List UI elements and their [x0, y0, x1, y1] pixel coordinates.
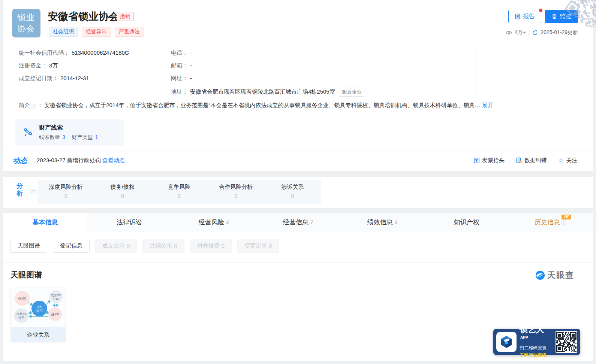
analysis-help-icon[interactable]: ? — [30, 189, 36, 194]
follow-label: 关注 — [566, 157, 577, 164]
monitor-label: 监控 — [560, 13, 572, 21]
tab-label: 法律诉讼 — [117, 218, 142, 227]
tab-operation-info[interactable]: 经营信息7 — [256, 213, 340, 232]
enterprise-relation-label: 企业关系 — [11, 327, 66, 342]
history-help-icon[interactable]: ? — [561, 219, 566, 225]
tab-label: 经营风险 — [199, 218, 224, 227]
phone-value: - — [190, 49, 192, 56]
tab-intellectual-property[interactable]: 知识产权 — [424, 213, 509, 232]
app-promo-banner[interactable]: 锁艺人APP 扫二维码安装 了解行业资讯 — [493, 329, 580, 355]
tab-legal-litigation[interactable]: 法律诉讼 — [87, 213, 172, 232]
intro-colon: ： — [37, 102, 43, 108]
company-name: 安徽省锁业协会 — [48, 10, 119, 23]
relation-graph: 张XX 北京XX 公司 XX 公司 河北XX 公司 赵XX — [11, 288, 66, 327]
analysis-label: 分 析 — [16, 182, 23, 197]
tab-operation-risk[interactable]: 经营风险3 — [172, 213, 256, 232]
analysis-item-value: 0 — [94, 193, 151, 199]
clue-count-value[interactable]: 3 — [62, 134, 65, 140]
analysis-item-competition-risk[interactable]: 竞争风险 0 — [151, 180, 207, 204]
tab-label: 基本信息 — [32, 218, 58, 227]
info-row-email: 邮箱：- — [171, 62, 192, 69]
tag-operation-abnormal[interactable]: 经营异常 — [82, 27, 111, 37]
intro-help-icon[interactable]: ? — [31, 104, 36, 109]
company-avatar: 锁业 协会 — [12, 9, 40, 37]
subtab-label: 对外投资 — [197, 242, 220, 249]
property-type-value[interactable]: 1 — [95, 134, 98, 140]
tab-history-info[interactable]: 历史信息 ? VIP — [509, 213, 593, 232]
monitor-icon — [551, 13, 557, 19]
dynamics-event: 2023-03-27 新增行政处罚 — [37, 157, 101, 163]
main-tabs: 基本信息 法律诉讼 经营风险3 经营信息7 绩效信息3 知识产权 历史信息 ? … — [3, 213, 593, 232]
view-count: 4万+ — [515, 29, 526, 36]
node-zhang: 张XX — [18, 297, 26, 300]
tianyancha-brand: 天眼查 — [535, 270, 574, 281]
view-update-stats: 4万+ | 2025-01-29更新 — [506, 29, 578, 36]
intro-row: 简介?： 安徽省锁业协会，成立于2014年，位于安徽省合肥市，业务范围是“本会是… — [19, 102, 574, 109]
dynamics-text: 2023-03-27 新增行政处罚 查看动态 — [37, 157, 125, 164]
eye-icon — [506, 30, 512, 35]
website-value: - — [190, 75, 192, 81]
data-correction-icon: ! — [516, 157, 522, 164]
avatar-text-line1: 锁业 — [12, 12, 40, 23]
subtab-label: 天眼图谱 — [18, 242, 40, 249]
info-row-phone: 电话：- — [171, 49, 192, 57]
subtab-establishment-publicity: 成立公示0 — [95, 239, 137, 253]
view-dynamics-link[interactable]: 查看动态 — [102, 157, 125, 163]
node-beijing-line2: 公司 — [53, 297, 59, 301]
analysis-card: 分 析 ? 深度风险分析 0 债务/债权 0 竞争风险 0 合作风险分析 0 涉… — [3, 177, 593, 208]
property-type-label: 财产类型 — [72, 134, 93, 140]
subtab-tianyan-graph[interactable]: 天眼图谱 — [10, 239, 47, 253]
clue-count-label: 线索数量 — [39, 134, 60, 140]
graph-section-title: 天眼图谱 — [10, 270, 42, 280]
subtab-cancellation-publicity: 注销公示0 — [142, 239, 184, 253]
analysis-items: 深度风险分析 0 债务/债权 0 竞争风险 0 合作风险分析 0 涉诉关系 0 — [37, 180, 321, 204]
tab-basic-info[interactable]: 基本信息 — [3, 213, 87, 232]
tianyancha-logo-icon — [535, 270, 545, 280]
tag-serious-violation[interactable]: 严重违法 — [115, 27, 144, 37]
svg-text:!: ! — [520, 160, 521, 163]
invoice-title-action[interactable]: 发票抬头 — [473, 157, 505, 164]
nearby-companies-button[interactable]: 附近企业 — [339, 88, 365, 97]
promo-app-name: 锁艺人 — [520, 325, 544, 334]
analysis-label-line1: 分 — [16, 182, 23, 190]
address-value: 安徽省合肥市瑶海区瑶海铜陵北路百汇城市广场4栋2505室 — [190, 88, 335, 95]
intro-expand-link[interactable]: 展开 — [482, 102, 493, 108]
node-zhao: 赵XX — [51, 312, 59, 316]
tag-social-org[interactable]: 社会组织 — [49, 27, 78, 37]
analysis-item-litigation-relation[interactable]: 涉诉关系 0 — [264, 180, 321, 204]
tianyancha-brand-name: 天眼查 — [547, 270, 574, 281]
property-clues-stats: 线索数量3 财产类型1 — [39, 134, 98, 141]
node-center-line1: XX — [37, 305, 42, 309]
data-correction-action[interactable]: ! 数据纠错 — [516, 157, 547, 164]
tab-label: 绩效信息 — [367, 218, 393, 227]
promo-qr-code — [556, 331, 577, 353]
company-header-card: 锁业 协会 安徽省锁业协会 撤销 社会组织 经营异常 严重违法 报告 监控 4万… — [3, 0, 593, 171]
tab-label: 知识产权 — [454, 218, 479, 227]
property-clues-card[interactable]: 财产线索 线索数量3 财产类型1 — [15, 119, 124, 146]
analysis-item-label: 合作风险分析 — [208, 183, 264, 191]
analysis-item-debt[interactable]: 债务/债权 0 — [94, 180, 151, 204]
info-row-address: 地址：安徽省合肥市瑶海区瑶海铜陵北路百汇城市广场4栋2505室附近企业 — [171, 88, 365, 97]
follow-action[interactable]: ☆ 关注 — [558, 157, 577, 164]
analysis-item-cooperation-risk[interactable]: 合作风险分析 0 — [208, 180, 264, 204]
suoyiren-app-icon — [496, 332, 517, 352]
analysis-item-value: 0 — [208, 193, 264, 199]
tab-count: 3 — [226, 219, 229, 225]
tab-performance-info[interactable]: 绩效信息3 — [340, 213, 424, 232]
stats-separator: | — [529, 30, 530, 36]
subtab-change-records: 变更记录0 — [237, 239, 279, 253]
analysis-item-value: 0 — [264, 193, 321, 199]
credit-code-value: 51340000062474180G — [72, 49, 129, 56]
company-tags: 社会组织 经营异常 严重违法 — [49, 27, 144, 37]
analysis-item-deep-risk[interactable]: 深度风险分析 0 — [37, 180, 94, 204]
node-center-line2: 公司 — [36, 309, 43, 312]
subtab-outbound-investment: 对外投资0 — [190, 239, 232, 253]
email-label: 邮箱： — [171, 62, 188, 69]
enterprise-relation-card[interactable]: 张XX 北京XX 公司 XX 公司 河北XX 公司 赵XX 企业关系 — [10, 288, 66, 342]
address-label: 地址： — [171, 88, 188, 95]
report-button[interactable]: 报告 — [508, 10, 541, 23]
subtab-label: 变更记录 — [244, 242, 267, 249]
info-vertical-divider — [476, 49, 476, 99]
vip-badge: VIP — [562, 215, 571, 219]
subtab-registration-info[interactable]: 登记信息 — [53, 239, 90, 253]
